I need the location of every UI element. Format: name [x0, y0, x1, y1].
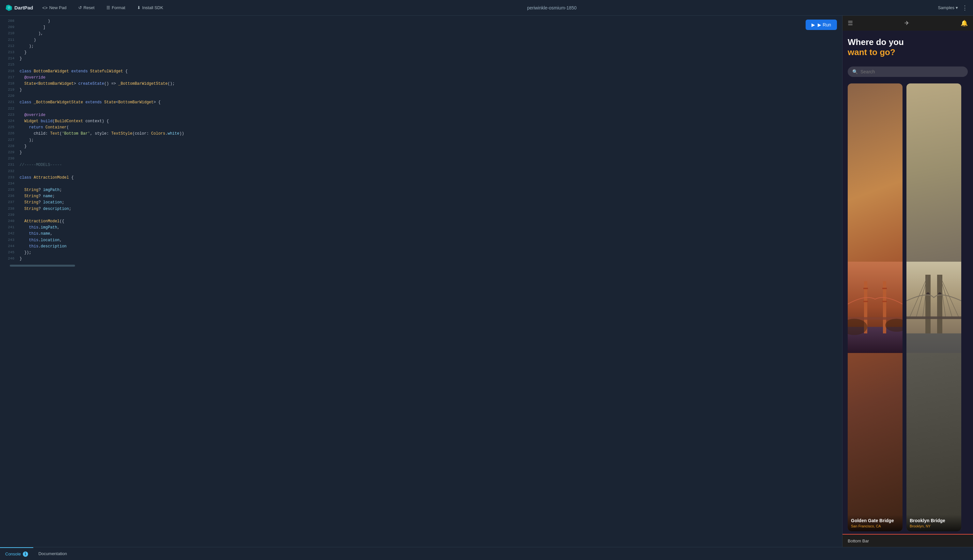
- brooklyn-bridge-card-overlay: Brooklyn Bridge Brooklyn, NY: [906, 515, 961, 531]
- table-row: 216class BottomBarWidget extends Statefu…: [0, 68, 842, 75]
- card1-location: San Francisco, CA: [851, 524, 899, 528]
- preview-bottom-text: Bottom Bar: [848, 538, 869, 543]
- table-row: 213 }: [0, 50, 842, 56]
- table-row: 234: [0, 181, 842, 187]
- golden-gate-card-overlay: Golden Gate Bridge San Francisco, CA: [848, 515, 903, 531]
- bottom-bar: Console 1 Documentation: [0, 547, 973, 560]
- documentation-tab[interactable]: Documentation: [33, 547, 72, 560]
- pad-title: periwinkle-osmium-1850: [172, 5, 931, 10]
- topbar: DartPad <> New Pad ↺ Reset ☰ Format ⬇ In…: [0, 0, 973, 16]
- table-row: 230: [0, 156, 842, 162]
- table-row: 214}: [0, 56, 842, 62]
- table-row: 236 String? name;: [0, 193, 842, 200]
- table-row: 221class _BottomBarWidgetState extends S…: [0, 99, 842, 106]
- table-row: 215: [0, 62, 842, 68]
- svg-rect-20: [906, 317, 961, 319]
- search-icon: 🔍: [852, 69, 858, 74]
- samples-label: Samples: [938, 5, 955, 10]
- chevron-down-icon: ▾: [956, 5, 958, 10]
- format-button[interactable]: ☰ Format: [104, 4, 128, 12]
- console-badge: 1: [23, 552, 28, 557]
- table-row: 224 Widget build(BuildContext context) {: [0, 118, 842, 125]
- preview-panel: ☰ ✈ 🔔 Where do you want to go? 🔍: [843, 16, 973, 547]
- more-menu-button[interactable]: ⋮: [962, 4, 968, 12]
- table-row: 241 this.imgPath,: [0, 225, 842, 231]
- table-row: 220: [0, 93, 842, 99]
- table-row: 235 String? imgPath;: [0, 187, 842, 193]
- table-row: 219}: [0, 87, 842, 93]
- table-row: 210 ),: [0, 31, 842, 37]
- download-icon: ⬇: [137, 5, 140, 10]
- table-row: 226 child: Text('Bottom Bar', style: Tex…: [0, 131, 842, 137]
- preview-bottom-bar: Bottom Bar: [843, 534, 973, 547]
- run-label: ▶ Run: [818, 22, 831, 27]
- table-row: 232: [0, 168, 842, 175]
- new-pad-label: New Pad: [49, 5, 67, 10]
- console-tab-label: Console: [5, 552, 21, 557]
- card2-location: Brooklyn, NY: [910, 524, 958, 528]
- documentation-tab-label: Documentation: [38, 551, 67, 556]
- card1-name: Golden Gate Bridge: [851, 518, 899, 523]
- topbar-right: Samples ▾ ⋮: [938, 4, 968, 12]
- reset-label: Reset: [84, 5, 95, 10]
- new-pad-button[interactable]: <> New Pad: [40, 4, 69, 12]
- preview-toolbar: ☰ ✈ 🔔: [843, 16, 973, 31]
- search-bar[interactable]: 🔍: [848, 67, 968, 77]
- brooklyn-bridge-card[interactable]: Brooklyn Bridge Brooklyn, NY: [906, 83, 961, 531]
- table-row: 208 ): [0, 18, 842, 25]
- table-row: 229}: [0, 150, 842, 156]
- golden-gate-card[interactable]: Golden Gate Bridge San Francisco, CA: [848, 83, 903, 531]
- dartpad-logo: DartPad: [5, 4, 33, 12]
- reset-icon: ↺: [78, 5, 82, 10]
- table-row: 243 this.location,: [0, 237, 842, 243]
- svg-rect-4: [863, 288, 868, 289]
- preview-title-line2: want to go?: [848, 47, 968, 57]
- table-row: 246}: [0, 256, 842, 262]
- samples-button[interactable]: Samples ▾: [938, 5, 958, 10]
- table-row: 225 return Container(: [0, 125, 842, 131]
- play-icon: ▶: [811, 22, 815, 27]
- reset-button[interactable]: ↺ Reset: [76, 4, 97, 12]
- run-button[interactable]: ▶ ▶ Run: [806, 20, 837, 30]
- bell-icon[interactable]: 🔔: [961, 20, 968, 27]
- attraction-cards: Golden Gate Bridge San Francisco, CA: [843, 81, 973, 534]
- svg-rect-13: [937, 275, 942, 333]
- preview-header: Where do you want to go?: [843, 31, 973, 63]
- airplane-icon[interactable]: ✈: [904, 20, 909, 27]
- menu-icon[interactable]: ☰: [848, 20, 853, 26]
- table-row: 242 this.name,: [0, 231, 842, 237]
- table-row: 218 State<BottomBarWidget> createState()…: [0, 81, 842, 87]
- console-tab[interactable]: Console 1: [0, 547, 33, 560]
- table-row: 233class AttractionModel {: [0, 175, 842, 181]
- table-row: 238 String? description;: [0, 206, 842, 212]
- install-sdk-label: Install SDK: [142, 5, 163, 10]
- table-row: 227 );: [0, 137, 842, 143]
- table-row: 244 this.description: [0, 243, 842, 250]
- main-area: ▶ ▶ Run 208 ) 209 ] 210 ), 211 ) 212 ); …: [0, 16, 973, 547]
- dart-logo-icon: [5, 4, 12, 12]
- new-pad-icon: <>: [42, 5, 48, 10]
- search-input[interactable]: [861, 69, 963, 74]
- format-label: Format: [112, 5, 125, 10]
- svg-rect-12: [925, 275, 931, 333]
- table-row: 212 );: [0, 43, 842, 50]
- card2-name: Brooklyn Bridge: [910, 518, 958, 523]
- preview-title-line1: Where do you: [848, 37, 968, 47]
- table-row: 240 AttractionModel({: [0, 218, 842, 225]
- golden-gate-bridge-image: [848, 83, 903, 531]
- svg-rect-5: [863, 301, 868, 302]
- svg-rect-21: [906, 333, 961, 353]
- table-row: 217 @override: [0, 75, 842, 81]
- table-row: 237 String? location;: [0, 200, 842, 206]
- format-icon: ☰: [106, 5, 110, 10]
- install-sdk-button[interactable]: ⬇ Install SDK: [134, 4, 166, 12]
- table-row: 245 });: [0, 250, 842, 256]
- logo-text: DartPad: [14, 5, 33, 10]
- table-row: 228 }: [0, 143, 842, 150]
- svg-rect-6: [882, 288, 887, 289]
- code-editor[interactable]: ▶ ▶ Run 208 ) 209 ] 210 ), 211 ) 212 ); …: [0, 16, 842, 547]
- table-row: 211 ): [0, 37, 842, 43]
- table-row: 231//-----MODELS-----: [0, 162, 842, 168]
- table-row: 239: [0, 212, 842, 218]
- brooklyn-bridge-image: [906, 83, 961, 531]
